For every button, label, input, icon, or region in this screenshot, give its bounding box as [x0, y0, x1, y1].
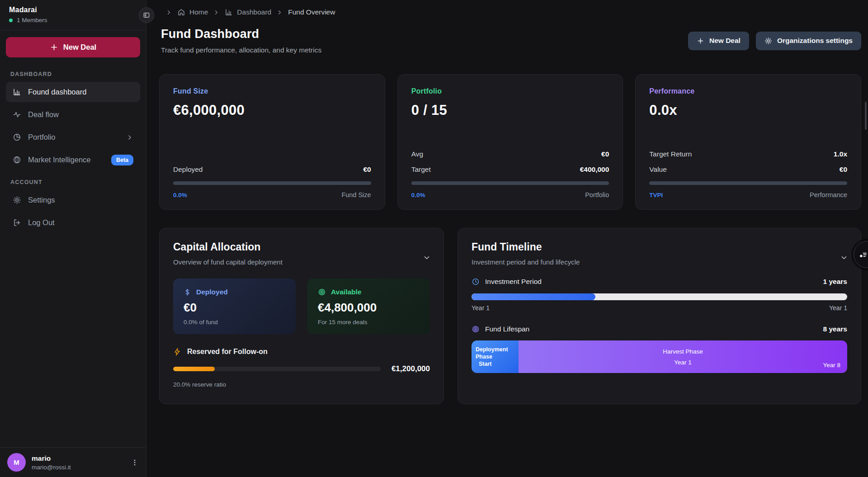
performance-card: Performance 0.0x Target Return 1.0x Valu… — [635, 74, 861, 210]
metric-label: Performance — [649, 87, 847, 95]
available-value: €4,800,000 — [318, 301, 420, 315]
plus-icon — [697, 37, 704, 45]
metric-row: Avg €0 — [411, 150, 609, 158]
metric-row: Target Return 1.0x — [649, 150, 847, 158]
user-info: mario mario@rossi.it — [32, 454, 71, 471]
portfolio-card: Portfolio 0 / 15 Avg €0 Target €400,000 — [397, 74, 623, 210]
sidebar-item-label: Settings — [28, 196, 55, 204]
sidebar-collapse-button[interactable] — [139, 7, 155, 23]
logout-icon — [13, 218, 21, 227]
investment-period-track — [472, 293, 847, 300]
deployment-phase-title: Deployment Phase — [476, 346, 517, 361]
available-note: For 15 more deals — [318, 319, 420, 326]
metric-value: 0 / 15 — [411, 102, 609, 118]
deployed-value: €0 — [184, 301, 285, 315]
list-settings-icon — [858, 250, 868, 260]
panel-subtitle: Overview of fund capital deployment — [173, 258, 430, 266]
user-email: mario@rossi.it — [32, 464, 71, 471]
metric-row: Deployed €0 — [173, 165, 371, 174]
metric-footer-right: Portfolio — [585, 191, 609, 198]
pie-chart-icon — [13, 133, 21, 142]
organizations-settings-button[interactable]: Organizations settings — [756, 32, 861, 50]
gear-icon — [764, 37, 772, 45]
reserved-label: Reserved for Follow-on — [187, 348, 268, 356]
chevron-right-icon — [165, 9, 172, 16]
metric-footer-left: 0.0% — [411, 192, 425, 198]
sidebar-item-label: Portfolio — [28, 133, 56, 142]
chevron-right-icon — [213, 9, 220, 16]
sidebar-item-settings[interactable]: Settings — [6, 190, 140, 210]
metric-row: Value €0 — [649, 165, 847, 174]
page-heading-block: Fund Dashboard Track fund performance, a… — [161, 27, 321, 54]
sidebar-item-label: Log Out — [28, 218, 55, 227]
sidebar-item-market-intelligence[interactable]: Market Intelligence Beta — [6, 150, 140, 170]
available-tile: Available €4,800,000 For 15 more deals — [307, 279, 430, 334]
sidebar: Madarai 1 Members New Deal DASHBOARD Fou… — [0, 0, 146, 477]
panel-title: Capital Allocation — [173, 241, 430, 253]
chevron-right-icon — [126, 134, 133, 141]
home-icon — [177, 8, 185, 16]
submenu-indicator — [126, 134, 133, 141]
target-icon — [318, 288, 326, 296]
breadcrumb-current: Fund Overview — [288, 8, 335, 16]
progress-track — [173, 181, 371, 185]
deployment-phase-segment: Deployment Phase Start — [472, 340, 519, 373]
fund-size-card: Fund Size €6,000,000 Deployed €0 0.0% Fu… — [159, 74, 385, 210]
new-deal-button[interactable]: New Deal — [688, 32, 749, 50]
user-name: mario — [32, 454, 71, 463]
page-title: Fund Dashboard — [161, 27, 321, 41]
fund-lifespan-value: 8 years — [823, 325, 847, 333]
beta-badge: Beta — [111, 155, 133, 165]
sidebar-item-label: Deal flow — [28, 110, 59, 119]
investment-period-fill — [472, 293, 595, 300]
breadcrumb-dashboard[interactable]: Dashboard — [225, 8, 271, 16]
metric-label: Portfolio — [411, 87, 609, 95]
page-header: Fund Dashboard Track fund performance, a… — [159, 27, 861, 54]
period-end-label: Year 1 — [829, 304, 847, 312]
chevron-down-icon[interactable] — [423, 254, 431, 262]
investment-period-label: Investment Period — [485, 278, 542, 286]
scrollbar-thumb[interactable] — [865, 102, 867, 130]
sidebar-new-deal-button[interactable]: New Deal — [6, 37, 140, 57]
available-label: Available — [331, 288, 362, 296]
progress-track — [411, 181, 609, 185]
metric-label: Fund Size — [173, 87, 371, 95]
breadcrumb-home[interactable]: Home — [177, 8, 208, 16]
avatar: M — [7, 453, 26, 472]
reserved-progress-track — [173, 367, 381, 371]
sidebar-item-label: Found dashboard — [28, 88, 86, 96]
sidebar-item-portfolio[interactable]: Portfolio — [6, 127, 140, 147]
user-menu[interactable]: M mario mario@rossi.it — [0, 447, 146, 477]
fund-timeline-panel: Fund Timeline Investment period and fund… — [458, 228, 861, 404]
clock-icon — [472, 278, 480, 286]
sidebar-item-deal-flow[interactable]: Deal flow — [6, 104, 140, 125]
sidebar-item-fund-dashboard[interactable]: Found dashboard — [6, 82, 140, 102]
kebab-menu-icon[interactable] — [131, 458, 139, 467]
dollar-icon — [184, 288, 191, 296]
bottom-panels-row: Capital Allocation Overview of fund capi… — [159, 228, 861, 404]
reserved-progress-fill — [173, 367, 215, 371]
reserved-value: €1,200,000 — [392, 364, 430, 373]
metric-footer-right: Performance — [810, 191, 847, 198]
new-deal-label: New Deal — [63, 43, 96, 52]
deployed-note: 0.0% of fund — [184, 319, 285, 326]
page-subtitle: Track fund performance, allocation, and … — [161, 46, 321, 54]
period-start-label: Year 1 — [472, 304, 490, 312]
org-name: Madarai — [9, 6, 137, 14]
sidebar-item-label: Market Intelligence — [28, 156, 91, 164]
org-header: Madarai 1 Members — [0, 0, 146, 30]
sidebar-item-log-out[interactable]: Log Out — [6, 213, 140, 233]
panel-title: Fund Timeline — [472, 241, 847, 253]
deployment-phase-start: Start — [476, 360, 517, 368]
org-members-label: 1 Members — [17, 17, 47, 24]
header-actions: New Deal Organizations settings — [688, 32, 861, 50]
panel-subtitle: Investment period and fund lifecycle — [472, 258, 847, 266]
harvest-phase-segment: Harvest Phase Year 1 Year 8 — [519, 340, 847, 373]
chevron-down-icon[interactable] — [840, 254, 848, 262]
app-root: Madarai 1 Members New Deal DASHBOARD Fou… — [0, 0, 868, 477]
plus-icon — [50, 43, 58, 52]
online-status-dot — [9, 19, 13, 22]
metric-footer-left: TVPI — [649, 192, 663, 198]
main-content: Home Dashboard Fund Overview Fund Dashbo… — [146, 0, 868, 477]
deployed-tile: Deployed €0 0.0% of fund — [173, 279, 296, 334]
